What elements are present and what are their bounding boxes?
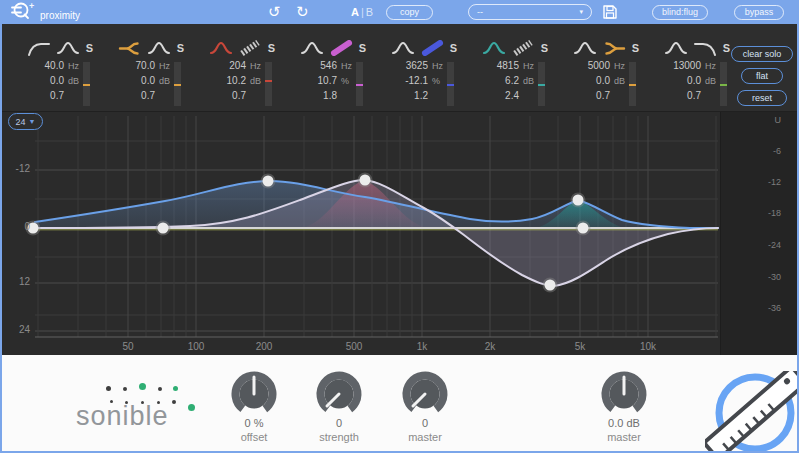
footer-panel: sonible 0 % offset 0 strength 0 master 0… [2,355,797,451]
flat-button[interactable]: flat [741,68,783,84]
chevron-down-icon: ▾ [579,8,583,16]
band-gain-slider[interactable] [629,62,636,106]
pencil-icon[interactable] [420,40,444,56]
gain-value[interactable]: 0.0 [18,75,64,86]
band-7: S 5000Hz 0.0dB 0.7 [554,38,645,110]
gain-value[interactable]: 0.0 [655,75,701,86]
gain-value[interactable]: 6.2 [473,75,519,86]
band-gain-slider[interactable] [538,62,545,106]
q-value[interactable]: 1.8 [291,90,337,101]
sonible-brand: sonible [76,401,169,432]
band-gain-slider[interactable] [265,62,272,106]
node-handle[interactable] [156,221,171,236]
freq-axis-label: 50 [113,341,143,352]
redo-button[interactable]: ↻ [296,0,309,24]
slider-mark [356,84,363,86]
bell-icon[interactable] [482,40,506,56]
solo-button[interactable]: S [85,42,93,54]
gain-value[interactable]: 10.2 [200,75,246,86]
ab-b[interactable]: B [366,6,373,18]
freq-value[interactable]: 40.0 [18,60,64,71]
freq-value[interactable]: 3625 [382,60,428,71]
bell-icon[interactable] [391,40,415,56]
db-axis-label: 24 [2,324,30,335]
band-2: S 70.0Hz 0.0dB 0.7 [99,38,190,110]
band-controls-area: S 40.0Hz 0.0dB 0.7 S 70.0Hz 0.0dB 0.7 S … [0,24,799,112]
q-value[interactable]: 1.2 [382,90,428,101]
cut-fork-icon[interactable] [602,40,626,56]
preset-dropdown[interactable]: -- ▾ [468,4,592,20]
db-range-dropdown[interactable]: 24 ▼ [8,113,43,130]
solo-button[interactable]: S [449,42,457,54]
q-value[interactable]: 0.7 [564,90,610,101]
highpass-icon[interactable] [27,40,51,56]
q-value[interactable]: 0.7 [655,90,701,101]
ab-a[interactable]: A [351,6,359,18]
node-handle[interactable] [576,221,591,236]
pencil-icon[interactable] [329,40,353,56]
app-logo: + proximity [8,0,38,24]
bell-icon[interactable] [147,40,171,56]
freq-value[interactable]: 70.0 [109,60,155,71]
node-handle[interactable] [571,193,586,208]
band-gain-slider[interactable] [447,62,454,106]
band-gain-slider[interactable] [174,62,181,106]
gain-value[interactable]: -12.1 [382,75,428,86]
solo-button[interactable]: S [631,42,639,54]
solo-button[interactable]: S [358,42,366,54]
eq-curve-plot [0,112,799,355]
freq-value[interactable]: 5000 [564,60,610,71]
node-handle[interactable] [261,174,276,189]
ruler-icon[interactable] [238,40,262,56]
solo-button[interactable]: S [722,42,730,54]
solo-button[interactable]: S [540,42,548,54]
q-value[interactable]: 0.7 [18,90,64,101]
reset-button[interactable]: reset [737,90,787,106]
copy-button[interactable]: copy [386,5,433,20]
freq-value[interactable]: 204 [200,60,246,71]
undo-button[interactable]: ↺ [268,0,281,24]
gain-value[interactable]: 0.0 [109,75,155,86]
bell-icon[interactable] [573,40,597,56]
freq-value[interactable]: 4815 [473,60,519,71]
band-gain-slider[interactable] [83,62,90,106]
db-axis-label: 12 [2,276,30,287]
node-handle[interactable] [543,278,558,293]
cut-fork-icon[interactable] [118,40,142,56]
clear-solo-button[interactable]: clear solo [731,46,793,62]
q-value[interactable]: 2.4 [473,90,519,101]
offset-knob[interactable] [227,368,281,422]
strength-label: strength [294,431,384,443]
save-button[interactable] [602,0,618,24]
freq-axis-label: 500 [339,341,369,352]
bell-icon[interactable] [300,40,324,56]
master-knob[interactable] [398,368,452,422]
ab-toggle[interactable]: A | B [351,0,373,24]
gain-value[interactable]: 10.7 [291,75,337,86]
band-gain-slider[interactable] [720,62,727,106]
blindflug-button[interactable]: blind:flug [652,5,708,20]
q-value[interactable]: 0.7 [200,90,246,101]
band-gain-slider[interactable] [356,62,363,106]
bypass-button[interactable]: bypass [734,5,784,20]
db-axis-label: 0 [2,221,30,232]
node-handle[interactable] [358,173,373,188]
solo-button[interactable]: S [267,42,275,54]
solo-button[interactable]: S [176,42,184,54]
bell-icon[interactable] [664,40,688,56]
strength-knob[interactable] [312,368,366,422]
ruler-icon[interactable] [511,40,535,56]
proximity-curve-fill [35,180,718,286]
bell-icon[interactable] [209,40,233,56]
bell-icon[interactable] [56,40,80,56]
offset-label: offset [209,431,299,443]
master-db-label: master [579,431,669,443]
freq-value[interactable]: 13000 [655,60,701,71]
freq-value[interactable]: 546 [291,60,337,71]
master-db-knob[interactable] [597,368,651,422]
q-value[interactable]: 0.7 [109,90,155,101]
slider-mark [720,84,727,86]
gain-value[interactable]: 0.0 [564,75,610,86]
lowpass-icon[interactable] [693,40,717,56]
title-bar: + proximity ↺ ↻ A | B copy -- ▾ blind:fl… [0,0,799,24]
